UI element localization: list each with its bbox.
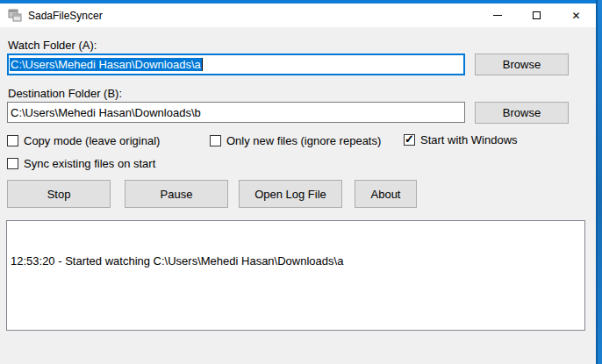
- watch-folder-value: C:\Users\Mehedi Hasan\Downloads\a: [10, 58, 202, 71]
- watch-folder-input[interactable]: C:\Users\Mehedi Hasan\Downloads\a: [7, 54, 465, 75]
- pause-button[interactable]: Pause: [125, 180, 228, 208]
- about-button[interactable]: About: [355, 180, 417, 208]
- maximize-icon: [533, 11, 541, 19]
- desktop-background: [596, 0, 602, 364]
- text-caret: [202, 58, 203, 71]
- check-icon: ✓: [405, 133, 414, 145]
- stop-button[interactable]: Stop: [7, 180, 111, 208]
- checkbox-start-with-windows[interactable]: ✓ Start with Windows: [404, 133, 518, 146]
- checkbox-label: Copy mode (leave original): [24, 134, 160, 147]
- checkbox-box: ✓: [7, 135, 18, 146]
- checkbox-label: Only new files (ignore repeats): [226, 134, 381, 147]
- checkbox-label: Sync existing files on start: [24, 157, 155, 170]
- log-output[interactable]: 12:53:20 - Started watching C:\Users\Meh…: [6, 220, 585, 331]
- screen: SadaFileSyncer ✕ Watch Folder (A): C:\Us…: [0, 0, 602, 364]
- checkbox-label: Start with Windows: [420, 133, 518, 146]
- log-line: 12:53:20 - Started watching C:\Users\Meh…: [11, 253, 581, 268]
- destination-folder-input[interactable]: [7, 102, 465, 123]
- destination-folder-label: Destination Folder (B):: [8, 87, 122, 100]
- checkbox-box: ✓: [210, 135, 221, 146]
- watch-folder-label: Watch Folder (A):: [8, 39, 97, 52]
- close-button[interactable]: ✕: [556, 4, 596, 27]
- title-bar[interactable]: SadaFileSyncer ✕: [0, 0, 596, 27]
- window-title: SadaFileSyncer: [28, 10, 103, 22]
- minimize-icon: [493, 15, 502, 16]
- app-window: SadaFileSyncer ✕ Watch Folder (A): C:\Us…: [0, 0, 596, 364]
- browse-destination-button[interactable]: Browse: [475, 102, 569, 124]
- open-log-file-button[interactable]: Open Log File: [239, 180, 342, 208]
- checkbox-only-new-files[interactable]: ✓ Only new files (ignore repeats): [210, 134, 381, 147]
- app-icon: [8, 9, 22, 23]
- checkbox-copy-mode[interactable]: ✓ Copy mode (leave original): [7, 134, 160, 147]
- checkbox-box: ✓: [7, 158, 18, 169]
- browse-watch-button[interactable]: Browse: [475, 54, 569, 75]
- close-icon: ✕: [571, 11, 580, 21]
- maximize-button[interactable]: [517, 4, 556, 27]
- caption-buttons: ✕: [477, 4, 596, 27]
- minimize-button[interactable]: [477, 4, 517, 27]
- checkbox-box: ✓: [404, 134, 415, 146]
- checkbox-sync-existing[interactable]: ✓ Sync existing files on start: [7, 157, 155, 170]
